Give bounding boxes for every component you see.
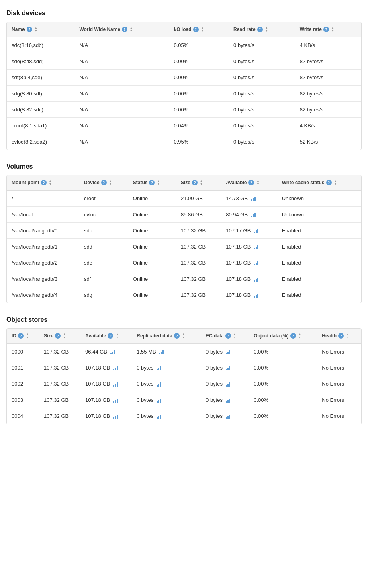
- os-col-ec-sort[interactable]: [233, 333, 236, 339]
- disk-wwn-cell: N/A: [74, 102, 169, 118]
- disk-io-cell: 0.04%: [169, 118, 229, 134]
- disk-read-cell: 0 bytes/s: [229, 86, 295, 102]
- col-read-sort-icon[interactable]: [265, 26, 268, 33]
- bar-chart-icon: [254, 294, 258, 298]
- vol-col-write-cache: Write cache status ?: [277, 175, 361, 190]
- os-replicated-cell: 0 bytes: [132, 360, 201, 376]
- table-row: /var/local cvloc Online 85.86 GB 80.94 G…: [7, 207, 361, 223]
- volumes-table-wrapper: Mount point ? Device ? Status ?: [6, 175, 362, 303]
- vol-col-available-sort[interactable]: [256, 179, 259, 186]
- col-io-load: I/O load ?: [169, 22, 229, 37]
- vol-status-cell: Online: [128, 207, 176, 223]
- col-write-help-icon[interactable]: ?: [323, 27, 329, 32]
- bar-chart-icon: [110, 350, 115, 354]
- os-col-health-sort[interactable]: [346, 333, 349, 339]
- col-name-sort-icon[interactable]: [35, 26, 37, 33]
- col-name-help-icon[interactable]: ?: [27, 27, 32, 32]
- os-col-object-pct-help[interactable]: ?: [290, 333, 296, 339]
- disk-write-cell: 52 KB/s: [295, 134, 361, 150]
- vol-col-size-sort[interactable]: [200, 179, 203, 186]
- object-stores-body: 0000 107.32 GB 96.44 GB 1.55 MB 0 bytes …: [7, 343, 361, 424]
- os-health-cell: No Errors: [317, 360, 361, 376]
- volumes-header-row: Mount point ? Device ? Status ?: [7, 175, 361, 190]
- vol-col-mount-help[interactable]: ?: [41, 180, 47, 185]
- vol-mount-cell: /var/local/rangedb/4: [7, 287, 79, 303]
- vol-col-device-sort[interactable]: [109, 179, 112, 186]
- os-col-object-pct-sort[interactable]: [298, 333, 301, 339]
- disk-read-cell: 0 bytes/s: [229, 37, 295, 53]
- vol-write-cache-cell: Enabled: [277, 271, 361, 287]
- vol-available-cell: 107.18 GB: [221, 271, 277, 287]
- os-col-id-sort[interactable]: [26, 333, 29, 339]
- os-object-pct-cell: 0.00%: [249, 360, 317, 376]
- os-col-id-help[interactable]: ?: [18, 333, 24, 339]
- col-wwn: World Wide Name ?: [74, 22, 169, 37]
- vol-col-size: Size ?: [176, 175, 221, 190]
- bar-chart-icon: [157, 382, 161, 387]
- os-col-size-help[interactable]: ?: [55, 333, 61, 339]
- disk-io-cell: 0.95%: [169, 134, 229, 150]
- os-col-replicated-help[interactable]: ?: [174, 333, 180, 339]
- disk-name-cell: sdf(8:64,sde): [7, 70, 74, 86]
- os-replicated-cell: 0 bytes: [132, 392, 201, 408]
- bar-chart-icon: [157, 366, 161, 370]
- os-col-size-sort[interactable]: [63, 333, 66, 339]
- vol-device-cell: sdc: [79, 223, 128, 239]
- col-io-help-icon[interactable]: ?: [193, 27, 199, 32]
- vol-col-size-help[interactable]: ?: [192, 180, 198, 185]
- col-write-label: Write rate: [300, 27, 322, 32]
- vol-available-cell: 107.18 GB: [221, 287, 277, 303]
- disk-write-cell: 82 bytes/s: [295, 86, 361, 102]
- col-wwn-help-icon[interactable]: ?: [122, 27, 127, 32]
- os-col-available-sort[interactable]: [116, 333, 119, 339]
- disk-name-cell: sdc(8:16,sdb): [7, 37, 74, 53]
- table-row: /var/local/rangedb/2 sde Online 107.32 G…: [7, 255, 361, 271]
- vol-status-cell: Online: [128, 239, 176, 255]
- col-read-help-icon[interactable]: ?: [257, 27, 263, 32]
- os-replicated-cell: 0 bytes: [132, 408, 201, 424]
- table-row: 0002 107.32 GB 107.18 GB 0 bytes 0 bytes…: [7, 376, 361, 392]
- disk-io-cell: 0.00%: [169, 53, 229, 70]
- table-row: sdg(8:80,sdf) N/A 0.00% 0 bytes/s 82 byt…: [7, 86, 361, 102]
- bar-chart-icon: [254, 261, 258, 265]
- table-row: 0001 107.32 GB 107.18 GB 0 bytes 0 bytes…: [7, 360, 361, 376]
- bar-chart-icon: [157, 415, 161, 419]
- vol-col-available-help[interactable]: ?: [248, 180, 254, 185]
- os-col-available-help[interactable]: ?: [108, 333, 113, 339]
- bar-chart-icon: [254, 245, 258, 249]
- col-io-sort-icon[interactable]: [201, 26, 204, 33]
- os-size-cell: 107.32 GB: [39, 408, 80, 424]
- vol-device-cell: sdg: [79, 287, 128, 303]
- vol-col-device-help[interactable]: ?: [101, 180, 107, 185]
- disk-io-cell: 0.05%: [169, 37, 229, 53]
- object-stores-table-wrapper: ID ? Size ? Available ?: [6, 328, 362, 424]
- vol-write-cache-cell: Enabled: [277, 239, 361, 255]
- os-col-object-pct: Object data (%) ?: [249, 329, 317, 343]
- bar-chart-icon: [113, 415, 118, 419]
- col-read-label: Read rate: [233, 27, 256, 32]
- col-wwn-sort-icon[interactable]: [130, 26, 133, 33]
- bar-chart-icon: [113, 382, 118, 387]
- os-available-cell: 107.18 GB: [80, 360, 132, 376]
- vol-col-write-cache-help[interactable]: ?: [326, 180, 332, 185]
- disk-name-cell: sdg(8:80,sdf): [7, 86, 74, 102]
- os-col-replicated-sort[interactable]: [182, 333, 185, 339]
- col-write-sort-icon[interactable]: [331, 26, 334, 33]
- vol-col-status-help[interactable]: ?: [149, 180, 155, 185]
- vol-available-cell: 107.18 GB: [221, 239, 277, 255]
- os-col-ec-help[interactable]: ?: [225, 333, 231, 339]
- col-read-rate: Read rate ?: [229, 22, 295, 37]
- bar-chart-icon: [254, 229, 258, 233]
- os-col-available: Available ?: [80, 329, 132, 343]
- vol-col-status-sort[interactable]: [157, 179, 160, 186]
- vol-mount-cell: /var/local: [7, 207, 79, 223]
- os-col-health-help[interactable]: ?: [338, 333, 344, 339]
- disk-devices-table: Name ? World Wide Name ? I/O load: [7, 22, 361, 150]
- table-row: / croot Online 21.00 GB 14.73 GB Unknown: [7, 190, 361, 207]
- col-wwn-label: World Wide Name: [79, 27, 120, 32]
- vol-size-cell: 85.86 GB: [176, 207, 221, 223]
- disk-write-cell: 82 bytes/s: [295, 70, 361, 86]
- vol-col-write-cache-sort[interactable]: [334, 179, 337, 186]
- vol-col-mount-sort[interactable]: [49, 179, 52, 186]
- disk-name-cell: sdd(8:32,sdc): [7, 102, 74, 118]
